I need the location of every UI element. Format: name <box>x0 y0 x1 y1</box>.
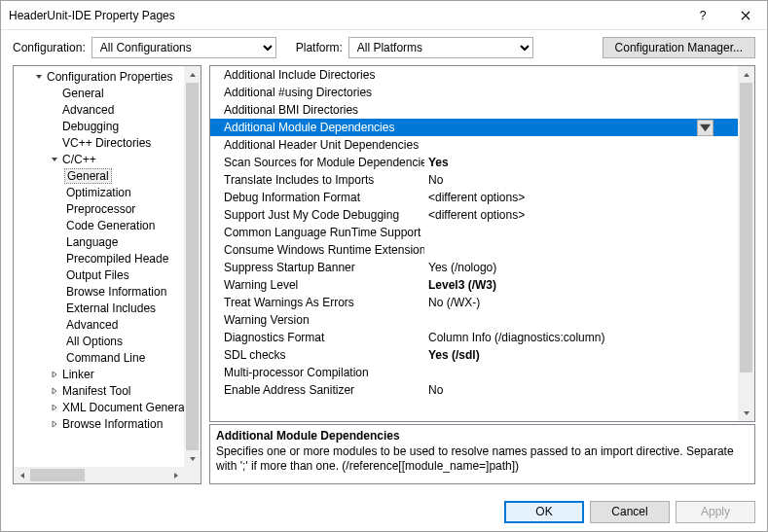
property-value[interactable]: No <box>424 383 738 397</box>
cancel-button[interactable]: Cancel <box>590 501 670 523</box>
property-row[interactable]: Enable Address SanitizerNo <box>210 381 738 399</box>
property-value[interactable]: Yes (/sdl) <box>424 348 738 362</box>
tree-item-label: Debugging <box>60 120 121 133</box>
dialog-body: Configuration PropertiesGeneralAdvancedD… <box>1 65 767 492</box>
tree-item[interactable]: External Includes <box>14 300 201 316</box>
tree-vscroll[interactable] <box>184 66 201 467</box>
tree-item[interactable]: Code Generation <box>14 217 201 233</box>
property-row[interactable]: Debug Information Format<different optio… <box>210 189 738 206</box>
property-row[interactable]: Additional #using Directories <box>210 84 738 101</box>
tree-item[interactable]: Command Line <box>14 349 201 366</box>
tree-item[interactable]: VC++ Directories <box>14 134 201 151</box>
property-value[interactable]: <different options> <box>424 208 738 222</box>
property-row[interactable]: Additional Module Dependencies <box>210 119 738 136</box>
collapse-icon[interactable] <box>49 156 60 163</box>
expand-icon[interactable] <box>49 387 60 395</box>
tree-item-label: General <box>64 168 112 184</box>
property-row[interactable]: Consume Windows Runtime Extension <box>210 241 738 259</box>
tree-item[interactable]: XML Document Genera <box>14 399 201 415</box>
ok-button[interactable]: OK <box>504 501 584 523</box>
scroll-left-icon[interactable] <box>14 467 30 483</box>
tree-item[interactable]: Manifest Tool <box>14 382 201 399</box>
tree-item[interactable]: Advanced <box>14 101 201 118</box>
property-row[interactable]: Treat Warnings As ErrorsNo (/WX-) <box>210 294 738 311</box>
tree-item-label: Language <box>64 235 120 249</box>
property-row[interactable]: Additional Header Unit Dependencies <box>210 136 738 154</box>
scroll-down-icon[interactable] <box>184 450 201 467</box>
property-row[interactable]: Translate Includes to ImportsNo <box>210 171 738 189</box>
scroll-up-icon[interactable] <box>738 66 754 83</box>
tree-item-label: General <box>60 87 106 100</box>
platform-select[interactable]: All Platforms <box>348 37 533 58</box>
property-value[interactable]: Yes <box>424 156 738 169</box>
property-value[interactable]: No (/WX-) <box>424 296 738 309</box>
tree-item[interactable]: Output Files <box>14 266 201 283</box>
tree-item[interactable]: General <box>14 85 201 101</box>
help-button[interactable]: ? <box>681 1 724 30</box>
titlebar: HeaderUnit-IDE Property Pages ? <box>1 1 767 30</box>
tree-vscroll-thumb[interactable] <box>186 83 199 450</box>
tree-item[interactable]: Browse Information <box>14 283 201 300</box>
property-row[interactable]: Additional Include Directories <box>210 66 738 84</box>
property-row[interactable]: Warning LevelLevel3 (/W3) <box>210 276 738 294</box>
tree-item[interactable]: Advanced <box>14 316 201 333</box>
tree-item[interactable]: Debugging <box>14 118 201 134</box>
property-name: Enable Address Sanitizer <box>210 383 424 397</box>
property-row[interactable]: Multi-processor Compilation <box>210 364 738 381</box>
tree-hscroll-thumb[interactable] <box>30 469 85 481</box>
property-value[interactable]: Yes (/nologo) <box>424 261 738 274</box>
tree-item-label: Browse Information <box>60 417 165 431</box>
tree-item-label: Optimization <box>64 186 133 199</box>
property-row[interactable]: Scan Sources for Module DependenciesYes <box>210 154 738 171</box>
scroll-right-icon[interactable] <box>167 467 184 483</box>
property-value[interactable]: <different options> <box>424 191 738 204</box>
tree-item[interactable]: Precompiled Heade <box>14 250 201 266</box>
property-value[interactable]: No <box>424 173 738 187</box>
tree-item[interactable]: All Options <box>14 333 201 349</box>
grid-vscroll[interactable] <box>738 66 754 421</box>
property-grid: Additional Include DirectoriesAdditional… <box>209 65 755 422</box>
tree-item[interactable]: Linker <box>14 366 201 382</box>
tree-hscroll[interactable] <box>14 467 184 483</box>
property-name: Debug Information Format <box>210 191 424 204</box>
property-value[interactable]: Level3 (/W3) <box>424 278 738 292</box>
property-row[interactable]: Common Language RunTime Support <box>210 224 738 241</box>
property-row[interactable]: Support Just My Code Debugging<different… <box>210 206 738 224</box>
tree-item[interactable]: Configuration Properties <box>14 68 201 85</box>
apply-button[interactable]: Apply <box>676 501 755 523</box>
tree-item[interactable]: General <box>14 167 201 184</box>
dialog-footer: OK Cancel Apply <box>1 492 767 531</box>
collapse-icon[interactable] <box>33 73 45 81</box>
property-row[interactable]: Warning Version <box>210 311 738 329</box>
tree-item[interactable]: Preprocessor <box>14 200 201 217</box>
description-panel: Additional Module Dependencies Specifies… <box>209 424 755 484</box>
chevron-right-icon <box>51 371 58 378</box>
property-name: Suppress Startup Banner <box>210 261 424 274</box>
property-row[interactable]: Additional BMI Directories <box>210 101 738 119</box>
property-row[interactable]: Suppress Startup BannerYes (/nologo) <box>210 259 738 276</box>
grid-vscroll-thumb[interactable] <box>740 83 752 372</box>
expand-icon[interactable] <box>49 371 60 378</box>
tree-item-label: VC++ Directories <box>60 136 153 150</box>
scroll-up-icon[interactable] <box>184 66 201 83</box>
property-dropdown-button[interactable] <box>697 120 713 136</box>
property-value[interactable]: Column Info (/diagnostics:column) <box>424 331 738 344</box>
close-button[interactable] <box>724 1 767 30</box>
scroll-down-icon[interactable] <box>738 405 754 421</box>
property-name: SDL checks <box>210 348 424 362</box>
property-row[interactable]: Diagnostics FormatColumn Info (/diagnost… <box>210 329 738 346</box>
tree-item[interactable]: Language <box>14 233 201 250</box>
right-column: Additional Include DirectoriesAdditional… <box>209 65 755 484</box>
configuration-select[interactable]: All Configurations <box>91 37 276 58</box>
expand-icon[interactable] <box>49 404 60 411</box>
property-row[interactable]: SDL checksYes (/sdl) <box>210 346 738 364</box>
tree-item-label: Preprocessor <box>64 202 137 216</box>
expand-icon[interactable] <box>49 420 60 428</box>
property-name: Warning Version <box>210 313 424 327</box>
configuration-manager-button[interactable]: Configuration Manager... <box>603 37 755 58</box>
property-name: Translate Includes to Imports <box>210 173 424 187</box>
tree-item[interactable]: C/C++ <box>14 151 201 167</box>
chevron-right-icon <box>51 404 58 411</box>
tree-item[interactable]: Optimization <box>14 184 201 200</box>
tree-item[interactable]: Browse Information <box>14 415 201 432</box>
